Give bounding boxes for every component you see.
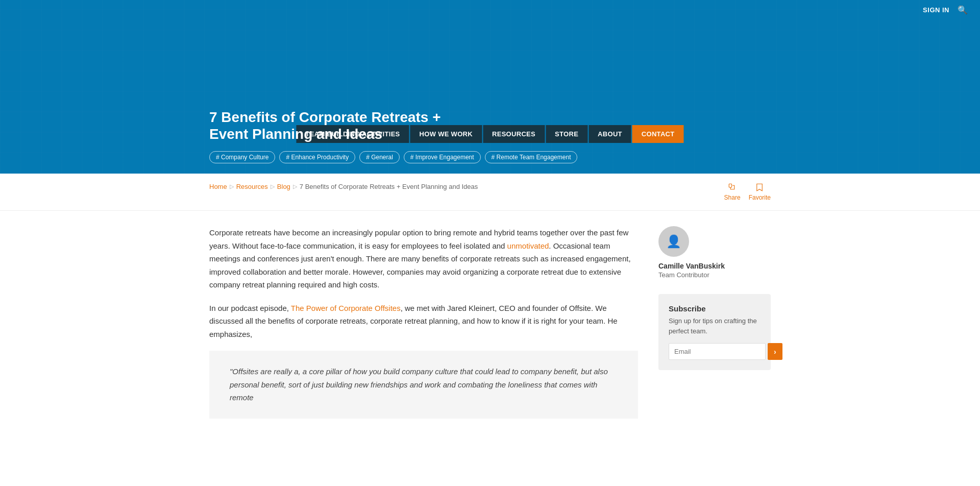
breadcrumb-sep-3: ▷	[293, 183, 297, 190]
share-favorite-actions: Share Favorite	[724, 183, 771, 201]
email-input[interactable]	[669, 343, 766, 360]
bookmark-icon	[755, 183, 764, 192]
subscribe-form: ›	[669, 343, 761, 360]
subscribe-description: Sign up for tips on crafting the perfect…	[669, 316, 761, 336]
breadcrumb: Home ▷ Resources ▷ Blog ▷ 7 Benefits of …	[209, 183, 478, 190]
page-title: 7 Benefits of Corporate Retreats + Event…	[209, 109, 475, 143]
author-role: Team Contributor	[658, 271, 771, 279]
tag-enhance-productivity[interactable]: # Enhance Productivity	[279, 151, 355, 163]
article-column: Corporate retreats have become an increa…	[209, 226, 638, 419]
article-para-2: In our podcast episode, The Power of Cor…	[209, 302, 638, 341]
author-section: 👤 Camille VanBuskirk Team Contributor	[658, 226, 771, 279]
tag-remote-team[interactable]: # Remote Team Engagement	[485, 151, 578, 163]
article-para-1: Corporate retreats have become an increa…	[209, 226, 638, 291]
tag-general[interactable]: # General	[359, 151, 400, 163]
author-avatar: 👤	[658, 226, 689, 257]
favorite-button[interactable]: Favorite	[749, 183, 771, 201]
nav-item-about[interactable]: ABOUT	[589, 125, 631, 143]
breadcrumb-sep-1: ▷	[230, 183, 234, 190]
svg-rect-0	[729, 184, 731, 187]
nav-item-contact[interactable]: CONTACT	[632, 125, 684, 143]
author-name: Camille VanBuskirk	[658, 262, 771, 270]
share-icon	[728, 183, 737, 192]
breadcrumb-resources[interactable]: Resources	[236, 183, 268, 190]
breadcrumb-sep-2: ▷	[271, 183, 275, 190]
breadcrumb-blog[interactable]: Blog	[277, 183, 290, 190]
main-layout: Corporate retreats have become an increa…	[0, 211, 980, 434]
meta-row: Home ▷ Resources ▷ Blog ▷ 7 Benefits of …	[0, 174, 980, 211]
subscribe-button[interactable]: ›	[768, 343, 782, 360]
tag-improve-engagement[interactable]: # Improve Engagement	[404, 151, 481, 163]
favorite-label: Favorite	[749, 194, 771, 201]
hero-tags: # Company Culture # Enhance Productivity…	[209, 151, 577, 163]
search-icon[interactable]: 🔍	[958, 5, 968, 15]
share-button[interactable]: Share	[724, 183, 741, 201]
signin-link[interactable]: SIGN IN	[923, 6, 949, 14]
article-body: Corporate retreats have become an increa…	[209, 226, 638, 419]
breadcrumb-current: 7 Benefits of Corporate Retreats + Event…	[300, 183, 478, 190]
podcast-link[interactable]: The Power of Corporate Offsites	[291, 304, 401, 312]
unmotivated-link[interactable]: unmotivated	[507, 241, 549, 250]
breadcrumb-home[interactable]: Home	[209, 183, 227, 190]
subscribe-box: Subscribe Sign up for tips on crafting t…	[658, 294, 771, 370]
share-label: Share	[724, 194, 741, 201]
blockquote: "Offsites are really a, a core pillar of…	[209, 351, 638, 419]
hero-content: 7 Benefits of Corporate Retreats + Event…	[209, 109, 577, 163]
subscribe-title: Subscribe	[669, 304, 761, 313]
tag-company-culture[interactable]: # Company Culture	[209, 151, 275, 163]
sidebar-column: 👤 Camille VanBuskirk Team Contributor Su…	[658, 226, 771, 419]
